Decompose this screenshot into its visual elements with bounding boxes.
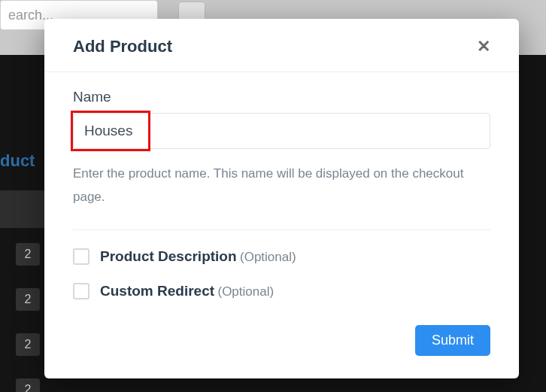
background-cell: 2 [16,243,40,266]
background-cell: 2 [16,333,40,356]
modal-header: Add Product ✕ [44,19,519,72]
background-table-header [0,190,44,228]
background-cell: 2 [16,288,40,311]
modal-body: Name Enter the product name. This name w… [44,72,519,325]
background-cell: 2 [16,378,40,392]
product-description-optional: (Optional) [240,250,296,264]
background-page-title: duct [0,151,35,171]
divider [73,229,490,230]
name-help-text: Enter the product name. This name will b… [73,163,490,208]
product-description-label: Product Description [100,248,237,264]
product-description-row: Product Description (Optional) [73,248,490,265]
modal-title: Add Product [73,37,172,56]
custom-redirect-optional: (Optional) [217,284,274,299]
submit-button[interactable]: Submit [415,325,490,356]
custom-redirect-label: Custom Redirect [100,283,214,299]
custom-redirect-checkbox[interactable] [73,283,89,299]
close-icon[interactable]: ✕ [477,38,490,55]
add-product-modal: Add Product ✕ Name Enter the product nam… [44,19,519,378]
product-description-label-group: Product Description (Optional) [100,248,296,265]
name-input-wrap [73,113,490,149]
custom-redirect-row: Custom Redirect (Optional) [73,283,490,299]
name-input[interactable] [73,113,490,149]
modal-footer: Submit [44,325,519,378]
product-description-checkbox[interactable] [73,248,89,265]
custom-redirect-label-group: Custom Redirect (Optional) [100,283,274,299]
name-label: Name [73,89,490,105]
